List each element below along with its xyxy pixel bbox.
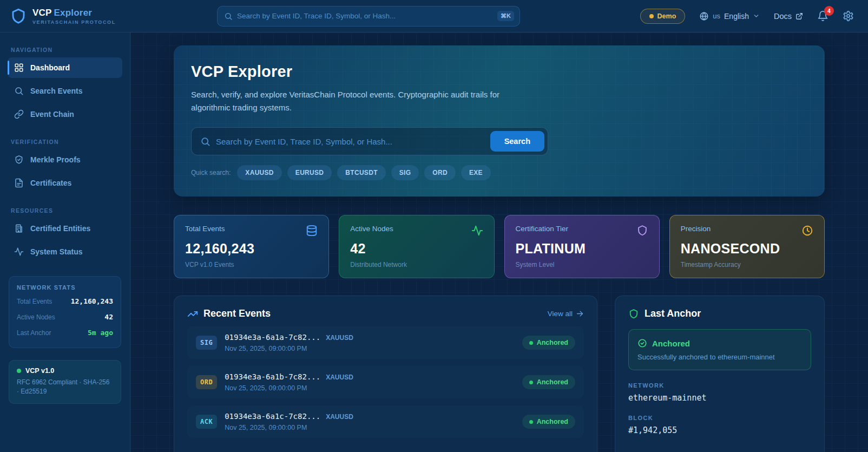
- notification-count-badge: 4: [824, 6, 834, 16]
- network-stats-row: Total Events 12,160,243: [17, 297, 113, 305]
- status-dot: [529, 381, 533, 384]
- stat-card-label: Precision: [681, 225, 711, 233]
- quick-search-row: Quick search: XAUUSD EURUSD BTCUSDT SIG …: [191, 165, 807, 180]
- stat-label: Active Nodes: [17, 313, 55, 321]
- quick-chip-ord[interactable]: ORD: [424, 165, 456, 180]
- locale-code: us: [713, 12, 720, 20]
- network-stats-row: Last Anchor 5m ago: [17, 329, 113, 337]
- brand-subtitle: VERITASCHAIN PROTOCOL: [32, 19, 116, 25]
- status-dot: [529, 341, 533, 345]
- sidebar-item-merkle-proofs[interactable]: Merkle Proofs: [8, 149, 122, 170]
- search-icon: [200, 136, 211, 147]
- brand-name-secondary: Explorer: [54, 8, 93, 18]
- stat-card-label: Active Nodes: [350, 225, 393, 233]
- event-symbol: XAUUSD: [326, 413, 353, 421]
- last-anchor-title: Last Anchor: [645, 308, 701, 319]
- quick-chip-xauusd[interactable]: XAUUSD: [237, 165, 281, 180]
- activity-icon: [471, 225, 483, 237]
- event-symbol: XAUUSD: [326, 334, 353, 342]
- stat-card-value: 42: [350, 241, 483, 257]
- brand: VCPExplorer VERITASCHAIN PROTOCOL: [0, 8, 130, 25]
- header-search-input[interactable]: Search by Event ID, Trace ID, Symbol, or…: [217, 6, 520, 27]
- demo-mode-badge[interactable]: Demo: [640, 9, 686, 24]
- brand-title: VCPExplorer: [32, 8, 92, 18]
- event-type-badge: ACK: [196, 415, 217, 429]
- sidebar-item-dashboard[interactable]: Dashboard: [8, 57, 122, 78]
- sidebar-item-search-events[interactable]: Search Events: [8, 81, 122, 101]
- anchor-status-detail: Successfully anchored to ethereum-mainne…: [637, 353, 802, 361]
- anchor-status-box: Anchored Successfully anchored to ethere…: [628, 329, 811, 370]
- event-row-ord[interactable]: ORD 01934e3a-6a1b-7c82... XAUUSD Nov 25,…: [187, 366, 584, 398]
- search-icon: [14, 86, 24, 96]
- stat-value: 42: [104, 313, 113, 321]
- status-label: Anchored: [537, 378, 568, 386]
- event-timestamp: Nov 25, 2025, 09:00:00 PM: [225, 424, 514, 431]
- stat-label: Last Anchor: [17, 329, 51, 337]
- shield-logo-icon: [10, 8, 27, 25]
- status-badge-anchored: Anchored: [522, 336, 575, 350]
- search-button[interactable]: Search: [490, 131, 544, 152]
- stat-card-label: Certification Tier: [516, 225, 569, 233]
- clock-icon: [801, 225, 813, 237]
- last-anchor-panel: Last Anchor Anchored Successfully anchor…: [615, 296, 825, 452]
- sidebar-item-label: Merkle Proofs: [30, 155, 81, 164]
- building-icon: [14, 224, 24, 233]
- network-stats-row: Active Nodes 42: [17, 313, 113, 321]
- sidebar-item-certificates[interactable]: Certificates: [8, 173, 122, 193]
- stat-card-value: 12,160,243: [185, 241, 318, 257]
- quick-chip-eurusd[interactable]: EURUSD: [287, 165, 332, 180]
- top-header: VCPExplorer VERITASCHAIN PROTOCOL Search…: [0, 0, 868, 32]
- sidebar-item-system-status[interactable]: System Status: [8, 241, 122, 262]
- demo-label: Demo: [657, 12, 676, 20]
- view-all-link[interactable]: View all: [548, 310, 584, 318]
- quick-chip-sig[interactable]: SIG: [391, 165, 419, 180]
- status-dot: [529, 420, 533, 424]
- stat-card-total-events: Total Events 12,160,243 VCP v1.0 Events: [174, 215, 329, 278]
- demo-dot: [649, 14, 654, 18]
- dashboard-icon: [14, 63, 24, 73]
- network-label: NETWORK: [628, 382, 811, 389]
- page-title: VCP Explorer: [191, 63, 807, 81]
- block-value: #1,942,055: [628, 425, 811, 435]
- link-icon: [14, 109, 24, 119]
- hero-search-input[interactable]: Search by Event ID, Trace ID, Symbol, or…: [191, 127, 548, 155]
- sidebar-item-certified-entities[interactable]: Certified Entities: [8, 218, 122, 239]
- language-selector[interactable]: us English: [699, 11, 760, 21]
- quick-search-label: Quick search:: [191, 169, 231, 176]
- docs-link[interactable]: Docs: [774, 12, 803, 21]
- shield-icon: [628, 309, 639, 319]
- event-id: 01934e3a-6a1b-7c82...: [225, 372, 320, 381]
- quick-chip-exe[interactable]: EXE: [461, 165, 491, 180]
- main-content: VCP Explorer Search, verify, and explore…: [130, 32, 868, 452]
- stat-card-sublabel: Distributed Network: [350, 261, 483, 268]
- quick-chip-btcusdt[interactable]: BTCUSDT: [337, 165, 385, 180]
- globe-icon: [699, 11, 709, 21]
- stat-cards-row: Total Events 12,160,243 VCP v1.0 Events …: [174, 215, 825, 278]
- event-symbol: XAUUSD: [326, 374, 353, 381]
- hero-search-placeholder: Search by Event ID, Trace ID, Symbol, or…: [216, 137, 392, 146]
- stat-card-sublabel: System Level: [516, 261, 648, 268]
- protocol-version-card: VCP v1.0 RFC 6962 Compliant · SHA-256 · …: [9, 360, 121, 404]
- stat-card-label: Total Events: [185, 225, 225, 233]
- anchor-status-label: Anchored: [652, 339, 690, 348]
- keyboard-shortcut-badge: ⌘K: [497, 11, 514, 21]
- sidebar-item-event-chain[interactable]: Event Chain: [8, 104, 122, 125]
- settings-button[interactable]: [843, 10, 854, 22]
- block-label: BLOCK: [628, 415, 811, 421]
- version-description: RFC 6962 Compliant · SHA-256 · Ed25519: [17, 378, 113, 397]
- event-row-ack[interactable]: ACK 01934e3a-6a1c-7c82... XAUUSD Nov 25,…: [187, 405, 584, 438]
- shield-icon: [636, 225, 648, 237]
- stat-value: 5m ago: [88, 329, 113, 337]
- chevron-down-icon: [753, 12, 760, 19]
- header-search-placeholder: Search by Event ID, Trace ID, Symbol, or…: [237, 12, 493, 20]
- arrow-right-icon: [576, 310, 584, 318]
- brand-name-primary: VCP: [32, 8, 52, 18]
- event-type-badge: SIG: [196, 336, 217, 350]
- status-dot: [17, 369, 21, 373]
- docs-label: Docs: [774, 12, 792, 21]
- notifications-button[interactable]: 4: [817, 10, 828, 22]
- event-row-sig[interactable]: SIG 01934e3a-6a1a-7c82... XAUUSD Nov 25,…: [187, 326, 584, 359]
- recent-events-title: Recent Events: [203, 308, 271, 319]
- status-label: Anchored: [537, 418, 568, 425]
- view-all-label: View all: [548, 310, 573, 318]
